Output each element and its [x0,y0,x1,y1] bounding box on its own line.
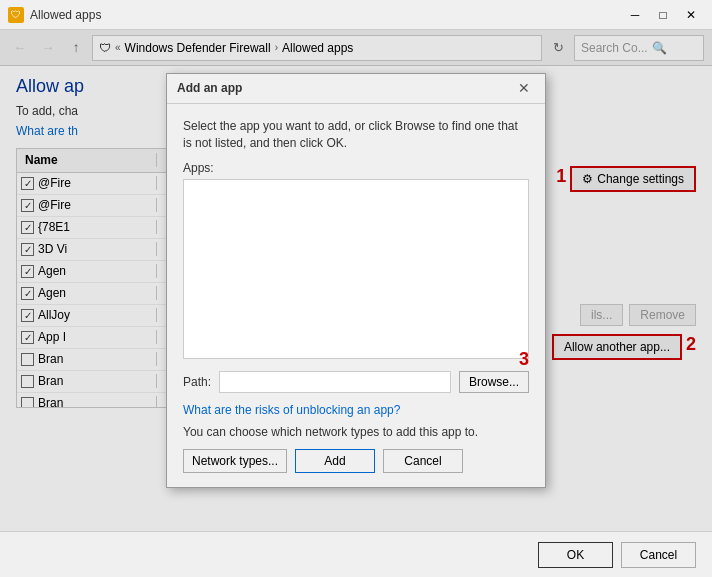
dialog-close-button[interactable]: ✕ [513,78,535,98]
path-label: Path: [183,375,211,389]
dialog-title-bar: Add an app ✕ [167,74,545,104]
apps-label: Apps: [183,161,529,175]
add-app-dialog: Add an app ✕ Select the app you want to … [166,73,546,489]
title-bar: 🛡 Allowed apps ─ □ ✕ [0,0,712,30]
dialog-overlay: Add an app ✕ Select the app you want to … [0,30,712,531]
ok-button[interactable]: OK [538,542,613,568]
close-button[interactable]: ✕ [678,4,704,26]
apps-listbox[interactable] [183,179,529,359]
cancel-button[interactable]: Cancel [621,542,696,568]
dialog-cancel-button[interactable]: Cancel [383,449,463,473]
path-input[interactable] [219,371,451,393]
maximize-button[interactable]: □ [650,4,676,26]
window-controls: ─ □ ✕ [622,4,704,26]
window-title: Allowed apps [30,8,622,22]
network-note: You can choose which network types to ad… [183,425,529,439]
dialog-body: Select the app you want to add, or click… [167,104,545,488]
dialog-title: Add an app [177,81,513,95]
bottom-bar: OK Cancel [0,531,712,577]
shield-icon: 🛡 [11,9,21,20]
browse-btn-wrapper: 3 Browse... [459,371,529,393]
label-3: 3 [519,349,529,370]
dialog-instruction: Select the app you want to add, or click… [183,118,529,152]
browse-button[interactable]: Browse... [459,371,529,393]
path-row: Path: 3 Browse... [183,371,529,393]
app-icon: 🛡 [8,7,24,23]
dialog-add-button[interactable]: Add [295,449,375,473]
minimize-button[interactable]: ─ [622,4,648,26]
network-types-button[interactable]: Network types... [183,449,287,473]
risks-link[interactable]: What are the risks of unblocking an app? [183,403,529,417]
dialog-buttons: Network types... Add Cancel [183,449,529,473]
